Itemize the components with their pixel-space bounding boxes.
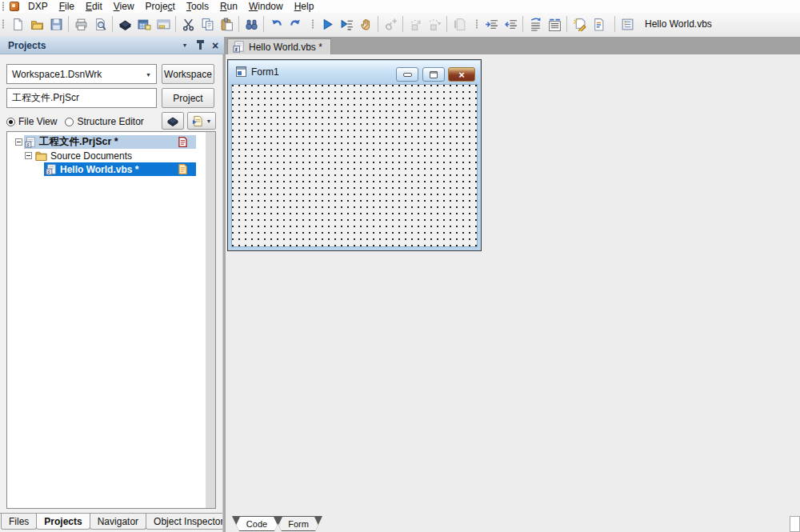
toolbar-separator <box>263 16 264 32</box>
minimize-button[interactable] <box>396 67 418 82</box>
step-over-button[interactable] <box>406 14 425 34</box>
indent-button[interactable] <box>482 14 501 34</box>
tree-label-project: 工程文件.PrjScr * <box>39 135 118 149</box>
close-button[interactable]: × <box>448 67 475 82</box>
format-document-button[interactable] <box>526 14 545 34</box>
stop-script-button[interactable] <box>450 14 469 34</box>
panel-pin-button[interactable] <box>194 39 206 52</box>
document-tab-label: Hello World.vbs * <box>249 42 322 53</box>
collapse-minus-icon[interactable] <box>25 152 32 159</box>
menu-item-file[interactable]: File <box>54 0 80 13</box>
tab-navigator-label: Navigator <box>98 516 138 527</box>
run-to-cursor-button[interactable] <box>337 14 356 34</box>
menu-item-view[interactable]: View <box>108 0 140 13</box>
script-wizard-icon <box>573 18 586 31</box>
project-button[interactable]: Project <box>162 88 214 108</box>
tree-row-hello-world[interactable]: Hello World.vbs * <box>7 162 206 176</box>
format-all-button[interactable] <box>545 14 564 34</box>
resize-corner[interactable] <box>790 516 800 532</box>
toolbar-grip-icon[interactable] <box>311 19 315 29</box>
current-file-label: Hello World.vbs <box>645 18 712 30</box>
cut-button[interactable] <box>178 14 198 34</box>
main-toolbar: Hello World.vbs <box>0 13 800 36</box>
tab-object-inspector[interactable]: Object Inspector <box>146 514 231 530</box>
find-button[interactable] <box>242 14 261 34</box>
browse-project-button[interactable] <box>162 112 184 130</box>
menu-item-project[interactable]: Project <box>140 0 181 13</box>
designed-form-window[interactable]: Form1 × <box>227 59 482 251</box>
panel-title: Projects <box>8 40 178 51</box>
workspace-button[interactable]: Workspace <box>162 64 214 84</box>
chain-plus-icon <box>384 18 398 31</box>
collapse-minus-icon[interactable] <box>15 138 22 146</box>
panel-close-button[interactable]: × <box>209 39 222 52</box>
tree-label-hello-world: Hello World.vbs * <box>60 164 138 175</box>
tab-projects[interactable]: Projects <box>36 514 90 530</box>
pause-script-button[interactable] <box>356 14 375 34</box>
print-button[interactable] <box>71 14 90 34</box>
editor-tab-bar: Code Form <box>232 516 322 531</box>
undo-button[interactable] <box>266 14 286 34</box>
tab-form[interactable]: Form <box>274 516 322 531</box>
toolbar-separator <box>566 16 567 32</box>
tree-vertical-scrollbar[interactable] <box>206 132 215 508</box>
menu-item-tools[interactable]: Tools <box>181 0 214 13</box>
document-tab-hello-world[interactable]: Hello World.vbs * <box>227 38 331 54</box>
workspace-combobox[interactable]: Workspace1.DsnWrk ▼ <box>6 64 157 84</box>
paste-button[interactable] <box>217 14 236 34</box>
form-designer-surface: Form1 × Code Form <box>226 54 800 532</box>
menu-item-run[interactable]: Run <box>214 0 243 13</box>
chevron-down-icon: ▼ <box>146 72 151 78</box>
view-configuration-button[interactable] <box>134 14 154 34</box>
format-document-icon <box>529 18 542 31</box>
tree-row-source-documents[interactable]: Source Documents <box>7 149 206 162</box>
open-document-button[interactable] <box>27 14 46 34</box>
format-all-icon <box>548 18 562 31</box>
save-icon <box>50 18 63 31</box>
new-document-button[interactable] <box>8 14 27 34</box>
panel-menu-button[interactable]: ▼ <box>178 39 191 52</box>
run-icon <box>321 18 334 31</box>
open-document-split-button[interactable]: ▼ <box>187 112 216 130</box>
tab-code[interactable]: Code <box>232 516 282 531</box>
toolbar-separator <box>68 16 69 32</box>
chevron-down-icon: ▼ <box>206 118 212 124</box>
structure-editor-radio[interactable] <box>65 118 74 126</box>
toggle-breakpoint-button[interactable] <box>381 14 400 34</box>
browse-components-button[interactable] <box>115 14 134 34</box>
tab-files-label: Files <box>9 516 29 527</box>
menu-item-help[interactable]: Help <box>289 0 320 13</box>
form-title: Form1 <box>251 66 279 78</box>
toolbar-grip-icon[interactable] <box>2 2 6 11</box>
menu-item-window[interactable]: Window <box>243 0 289 13</box>
binoculars-icon <box>245 18 258 31</box>
toolbar-separator <box>614 16 615 32</box>
panels-button[interactable] <box>154 14 173 34</box>
file-view-radio[interactable] <box>6 118 15 126</box>
tab-files[interactable]: Files <box>1 514 37 530</box>
redo-button[interactable] <box>286 14 305 34</box>
maximize-button[interactable] <box>422 67 445 82</box>
print-preview-button[interactable] <box>90 14 110 34</box>
menu-bar: DXP File Edit View Project Tools Run Win… <box>0 0 800 13</box>
new-script-wizard-button[interactable] <box>570 14 589 34</box>
toolbar-grip-icon[interactable] <box>475 19 479 29</box>
run-script-button[interactable] <box>318 14 337 34</box>
menu-item-dxp[interactable]: DXP <box>22 0 54 13</box>
toolbar-grip-icon[interactable] <box>2 19 6 29</box>
menu-item-edit[interactable]: Edit <box>80 0 108 13</box>
tab-navigator[interactable]: Navigator <box>90 514 146 530</box>
save-button[interactable] <box>46 14 66 34</box>
copy-button[interactable] <box>198 14 217 34</box>
outdent-icon <box>504 18 518 31</box>
document-list-button[interactable] <box>618 14 637 34</box>
outdent-button[interactable] <box>501 14 520 34</box>
form-client-grid[interactable] <box>231 84 478 247</box>
form-icon <box>236 66 246 77</box>
step-into-button[interactable] <box>425 14 444 34</box>
folder-icon <box>35 150 47 161</box>
project-field[interactable]: 工程文件.PrjScr <box>6 88 157 108</box>
view-mode-radios: File View Structure Editor <box>6 114 152 130</box>
script-document-button[interactable] <box>589 14 608 34</box>
tree-row-project[interactable]: 工程文件.PrjScr * <box>7 135 206 149</box>
